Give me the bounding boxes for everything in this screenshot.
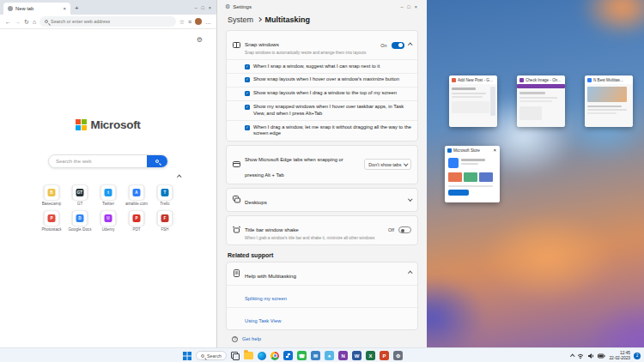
back-icon[interactable]: ← bbox=[5, 19, 11, 25]
snap-assist-thumbnail-store[interactable]: Microsoft Store × bbox=[445, 146, 500, 202]
word-icon[interactable]: W bbox=[352, 351, 361, 360]
minimize-icon[interactable]: – bbox=[194, 5, 197, 10]
microsoft-edge-icon[interactable] bbox=[258, 352, 266, 360]
start-button[interactable] bbox=[183, 352, 191, 360]
collections-icon[interactable]: ≡ bbox=[188, 19, 191, 25]
shortcut-udemy[interactable]: U Udemy bbox=[101, 211, 116, 232]
google-docs-icon: D bbox=[76, 214, 83, 222]
shortcut-basecamp[interactable]: B Basecamp bbox=[42, 185, 62, 206]
help-card: Help with Multitasking Splitting my scre… bbox=[226, 262, 418, 330]
help-link[interactable]: Splitting my screen bbox=[245, 296, 287, 301]
fsh-icon: F bbox=[161, 214, 169, 222]
shortcut-twitter[interactable]: t Twitter bbox=[101, 185, 116, 206]
new-tab-button[interactable]: + bbox=[75, 4, 79, 13]
maximize-icon[interactable]: □ bbox=[407, 4, 410, 9]
thumbnail-title: Add New Post - Guiding Te... bbox=[458, 78, 495, 82]
notification-badge[interactable]: 2 bbox=[634, 353, 641, 359]
close-icon[interactable]: × bbox=[492, 148, 497, 153]
refresh-icon[interactable]: ↻ bbox=[24, 19, 29, 25]
close-icon[interactable]: × bbox=[415, 4, 417, 9]
edge-tabs-dropdown[interactable]: Don't show tabs bbox=[364, 159, 411, 170]
shortcut-pdt[interactable]: P PDT bbox=[130, 211, 144, 232]
shortcut-google-docs[interactable]: D Google Docs bbox=[68, 211, 92, 232]
desktops-row[interactable]: Desktops bbox=[227, 189, 417, 211]
breadcrumb-system[interactable]: System bbox=[228, 15, 253, 24]
edge-active-tab[interactable]: New tab × bbox=[3, 3, 70, 15]
checkbox-checked-icon[interactable]: ✓ bbox=[245, 64, 250, 69]
shortcut-trello[interactable]: T Trello bbox=[158, 185, 173, 206]
file-explorer-icon[interactable] bbox=[244, 352, 253, 359]
wifi-icon[interactable] bbox=[577, 353, 584, 359]
volume-icon[interactable] bbox=[587, 353, 594, 359]
shortcut-photostack[interactable]: P Photostack bbox=[41, 211, 62, 232]
maximize-icon[interactable]: □ bbox=[201, 5, 204, 10]
powerpoint-icon[interactable]: P bbox=[380, 351, 389, 360]
help-link-row[interactable]: Splitting my screen bbox=[227, 285, 417, 307]
edge-window: New tab × + – □ × ← → ↻ ⌂ Search or ente… bbox=[0, 0, 216, 347]
checkbox-checked-icon[interactable]: ✓ bbox=[245, 125, 250, 130]
desktops-card: Desktops bbox=[226, 188, 418, 212]
get-help-link[interactable]: Get help bbox=[242, 336, 261, 341]
close-icon[interactable]: × bbox=[209, 5, 211, 10]
checkbox-checked-icon[interactable]: ✓ bbox=[245, 77, 250, 82]
favorites-star-icon[interactable]: ☆ bbox=[179, 19, 185, 25]
shortcut-airtable[interactable]: A airtable.com bbox=[125, 185, 148, 206]
snap-windows-toggle[interactable] bbox=[392, 42, 404, 49]
browser-favicon-icon bbox=[587, 78, 592, 82]
web-search-box[interactable]: Search the web bbox=[48, 154, 168, 168]
airtable-icon: A bbox=[132, 189, 140, 196]
excel-icon[interactable]: X bbox=[366, 351, 375, 360]
shortcut-fsh[interactable]: F FSH bbox=[158, 211, 173, 232]
minimize-icon[interactable]: – bbox=[400, 4, 403, 9]
help-link-row[interactable]: Using Task View bbox=[227, 307, 417, 329]
thumbnail-title: N Best Multitas... bbox=[593, 78, 630, 82]
search-submit-button[interactable] bbox=[147, 154, 167, 168]
title-bar-shake-toggle[interactable] bbox=[398, 226, 411, 233]
checkbox-checked-icon[interactable]: ✓ bbox=[245, 105, 250, 110]
snap-option-row[interactable]: ✓ Show my snapped windows when I hover o… bbox=[227, 100, 417, 121]
help-link[interactable]: Using Task View bbox=[245, 318, 281, 323]
site-tile: t bbox=[101, 185, 116, 200]
taskbar-clock[interactable]: 12:45 22-02-2023 bbox=[609, 351, 630, 361]
address-bar[interactable]: Search or enter web address bbox=[39, 16, 176, 27]
chevron-down-icon[interactable] bbox=[408, 196, 412, 201]
thumbnail-titlebar: N Best Multitas... bbox=[585, 75, 633, 84]
chevron-up-icon[interactable] bbox=[408, 271, 412, 275]
snap-option-row[interactable]: ✓ When I drag a window, let me snap it w… bbox=[227, 120, 417, 141]
chevron-up-icon[interactable] bbox=[408, 43, 412, 47]
chrome-icon[interactable] bbox=[270, 352, 279, 360]
collapse-shortcuts-icon[interactable] bbox=[177, 175, 181, 179]
settings-app-icon[interactable]: ⚙ bbox=[393, 351, 403, 360]
get-help-row[interactable]: ? Get help bbox=[226, 334, 418, 345]
battery-icon[interactable] bbox=[598, 353, 605, 359]
page-settings-gear-icon[interactable]: ⚙ bbox=[197, 36, 203, 44]
mail-icon[interactable]: ✉ bbox=[311, 351, 320, 360]
help-card-header[interactable]: Help with Multitasking bbox=[227, 262, 417, 285]
forward-icon[interactable]: → bbox=[15, 19, 21, 25]
microsoft-store-icon[interactable] bbox=[283, 351, 293, 360]
setting-title: Desktops bbox=[245, 199, 267, 205]
whatsapp-icon[interactable]: ☎ bbox=[297, 351, 307, 360]
edge-menu-icon[interactable]: … bbox=[205, 19, 211, 25]
snap-option-row[interactable]: ✓ Show snap layouts when I hover over a … bbox=[227, 73, 417, 87]
snap-assist-thumbnail[interactable]: Add New Post - Guiding Te... bbox=[449, 75, 497, 127]
snap-assist-thumbnail[interactable]: N Best Multitas... bbox=[585, 75, 633, 127]
task-view-icon[interactable] bbox=[231, 352, 240, 360]
snap-option-row[interactable]: ✓ Show snap layouts when I drag a window… bbox=[227, 87, 417, 100]
snap-option-row[interactable]: ✓ When I snap a window, suggest what I c… bbox=[227, 59, 417, 73]
snap-windows-icon bbox=[233, 41, 240, 49]
snap-assist-thumbnail[interactable]: Check Image - OneNote bbox=[517, 75, 565, 127]
get-help-icon: ? bbox=[232, 336, 238, 342]
home-icon[interactable]: ⌂ bbox=[33, 19, 36, 25]
checkbox-checked-icon[interactable]: ✓ bbox=[245, 91, 250, 96]
snap-windows-header[interactable]: Snap windows Snap windows to automatical… bbox=[227, 31, 417, 59]
setting-description: Snap windows to automatically resize and… bbox=[245, 51, 376, 56]
onenote-icon[interactable]: N bbox=[338, 351, 348, 360]
tab-title: New tab bbox=[15, 6, 60, 11]
close-tab-icon[interactable]: × bbox=[63, 6, 66, 11]
photos-icon[interactable]: ● bbox=[325, 351, 334, 360]
shortcut-gt[interactable]: GT GT bbox=[73, 185, 88, 206]
taskbar-search-box[interactable]: Search bbox=[196, 351, 227, 360]
profile-avatar[interactable] bbox=[195, 18, 202, 25]
hidden-icons-chevron-icon[interactable] bbox=[570, 354, 574, 359]
